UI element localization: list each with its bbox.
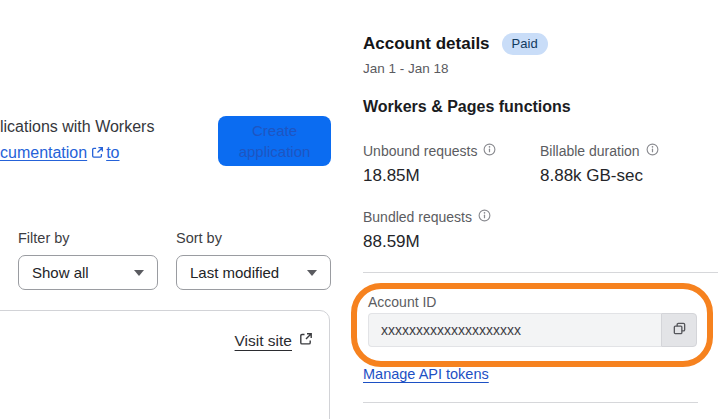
account-details-panel: Account details Paid Jan 1 - Jan 18 Work… <box>363 0 718 419</box>
sort-select-value: Last modified <box>190 264 279 281</box>
chevron-down-icon <box>134 270 144 276</box>
info-icon[interactable] <box>483 143 496 159</box>
stat-label-billable-duration: Billable duration <box>540 143 659 159</box>
sort-select[interactable]: Last modified <box>176 255 331 290</box>
stat-value-billable-duration: 8.88k GB-sec <box>540 166 643 186</box>
account-id-field-group <box>368 313 697 347</box>
info-icon[interactable] <box>478 209 491 225</box>
account-id-input[interactable] <box>368 313 661 347</box>
sort-by-label: Sort by <box>176 230 222 246</box>
chevron-down-icon <box>307 270 317 276</box>
documentation-link[interactable]: cumentationto <box>0 144 120 161</box>
workers-pages-functions-title: Workers & Pages functions <box>363 98 571 116</box>
account-id-label: Account ID <box>368 294 436 310</box>
dashboard-page: lications with Workers cumentationto Cre… <box>0 0 718 419</box>
intro-text: lications with Workers cumentationto <box>0 114 154 167</box>
project-card: Visit site <box>0 310 330 419</box>
info-icon[interactable] <box>646 143 659 159</box>
visit-site-label: Visit site <box>235 332 292 350</box>
external-link-icon <box>299 332 313 350</box>
external-link-icon <box>91 141 104 167</box>
stat-label-unbound-requests: Unbound requests <box>363 143 496 159</box>
date-range: Jan 1 - Jan 18 <box>363 61 449 76</box>
divider <box>363 272 718 273</box>
copy-button[interactable] <box>661 313 697 347</box>
account-details-header: Account details Paid <box>363 33 548 55</box>
paid-badge: Paid <box>502 33 548 55</box>
intro-line-2: cumentationto <box>0 140 154 167</box>
visit-site-link[interactable]: Visit site <box>235 332 313 350</box>
filter-select-value: Show all <box>32 264 89 281</box>
account-details-title: Account details <box>363 34 490 54</box>
copy-icon <box>672 321 687 339</box>
stat-value-bundled-requests: 88.59M <box>363 232 420 252</box>
filter-select[interactable]: Show all <box>18 255 158 290</box>
filter-by-label: Filter by <box>18 230 70 246</box>
stat-label-bundled-requests: Bundled requests <box>363 209 491 225</box>
stat-value-unbound-requests: 18.85M <box>363 166 420 186</box>
intro-line-1: lications with Workers <box>0 114 154 140</box>
create-application-button[interactable]: Create application <box>218 116 331 166</box>
divider <box>363 402 698 403</box>
manage-api-tokens-link[interactable]: Manage API tokens <box>363 366 489 382</box>
